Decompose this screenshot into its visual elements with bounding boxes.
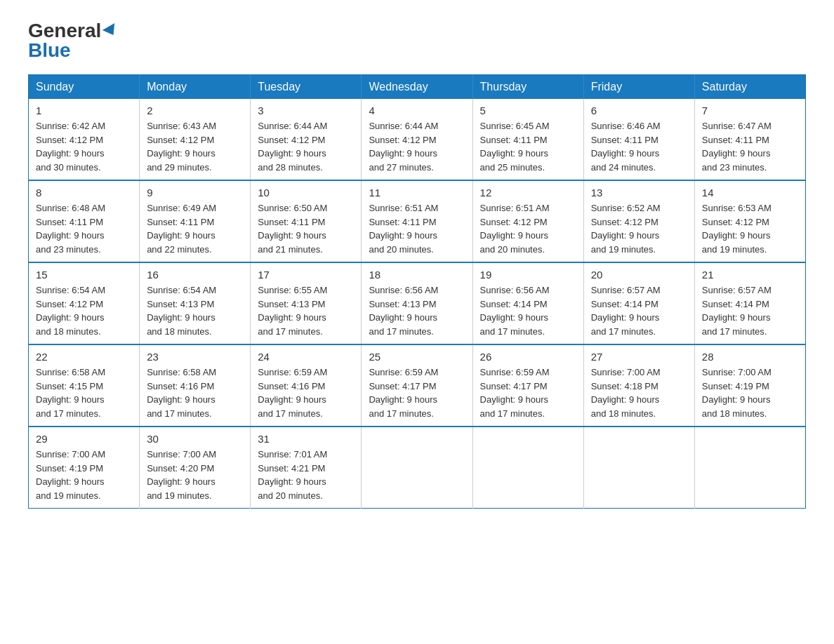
day-number: 30: [147, 433, 243, 445]
day-info: Sunrise: 6:47 AMSunset: 4:11 PMDaylight:…: [702, 119, 798, 174]
day-number: 13: [591, 187, 687, 199]
day-number: 5: [480, 105, 576, 116]
day-number: 27: [591, 351, 687, 363]
weekday-header-saturday: Saturday: [694, 75, 805, 100]
calendar-cell: 13 Sunrise: 6:52 AMSunset: 4:12 PMDaylig…: [583, 180, 694, 262]
page-header: General Blue: [28, 21, 806, 60]
day-info: Sunrise: 6:42 AMSunset: 4:12 PMDaylight:…: [36, 119, 132, 174]
day-info: Sunrise: 6:50 AMSunset: 4:11 PMDaylight:…: [258, 201, 354, 256]
calendar-cell: 10 Sunrise: 6:50 AMSunset: 4:11 PMDaylig…: [251, 180, 362, 262]
day-number: 28: [702, 351, 798, 363]
calendar-table: SundayMondayTuesdayWednesdayThursdayFrid…: [28, 74, 806, 509]
weekday-header-monday: Monday: [140, 75, 251, 100]
day-number: 23: [147, 351, 243, 363]
day-number: 9: [147, 187, 243, 199]
calendar-cell: 19 Sunrise: 6:56 AMSunset: 4:14 PMDaylig…: [472, 262, 583, 344]
day-info: Sunrise: 7:00 AMSunset: 4:20 PMDaylight:…: [147, 448, 243, 502]
calendar-cell: 21 Sunrise: 6:57 AMSunset: 4:14 PMDaylig…: [694, 262, 805, 344]
calendar-week-row: 1 Sunrise: 6:42 AMSunset: 4:12 PMDayligh…: [29, 99, 806, 180]
day-info: Sunrise: 6:58 AMSunset: 4:16 PMDaylight:…: [147, 365, 243, 420]
calendar-cell: 30 Sunrise: 7:00 AMSunset: 4:20 PMDaylig…: [140, 427, 251, 509]
calendar-cell: 11 Sunrise: 6:51 AMSunset: 4:11 PMDaylig…: [362, 180, 472, 262]
calendar-cell: 25 Sunrise: 6:59 AMSunset: 4:17 PMDaylig…: [362, 344, 472, 427]
day-number: 2: [147, 105, 243, 116]
calendar-week-row: 29 Sunrise: 7:00 AMSunset: 4:19 PMDaylig…: [29, 427, 806, 509]
calendar-cell: 26 Sunrise: 6:59 AMSunset: 4:17 PMDaylig…: [472, 344, 583, 427]
calendar-cell: 24 Sunrise: 6:59 AMSunset: 4:16 PMDaylig…: [251, 344, 362, 427]
calendar-cell: 31 Sunrise: 7:01 AMSunset: 4:21 PMDaylig…: [251, 427, 362, 509]
weekday-header-friday: Friday: [583, 75, 694, 100]
day-info: Sunrise: 6:57 AMSunset: 4:14 PMDaylight:…: [702, 283, 798, 338]
day-number: 31: [258, 433, 354, 445]
calendar-cell: 1 Sunrise: 6:42 AMSunset: 4:12 PMDayligh…: [29, 99, 140, 180]
day-number: 8: [36, 187, 132, 199]
day-number: 7: [702, 105, 798, 116]
day-info: Sunrise: 7:00 AMSunset: 4:18 PMDaylight:…: [591, 365, 687, 420]
day-info: Sunrise: 6:52 AMSunset: 4:12 PMDaylight:…: [591, 201, 687, 256]
calendar-cell: 28 Sunrise: 7:00 AMSunset: 4:19 PMDaylig…: [694, 344, 805, 427]
day-info: Sunrise: 6:58 AMSunset: 4:15 PMDaylight:…: [36, 365, 132, 420]
day-info: Sunrise: 6:59 AMSunset: 4:17 PMDaylight:…: [480, 365, 576, 420]
calendar-cell: 9 Sunrise: 6:49 AMSunset: 4:11 PMDayligh…: [140, 180, 251, 262]
calendar-cell: 27 Sunrise: 7:00 AMSunset: 4:18 PMDaylig…: [583, 344, 694, 427]
day-number: 24: [258, 351, 354, 363]
day-info: Sunrise: 6:44 AMSunset: 4:12 PMDaylight:…: [258, 119, 354, 174]
day-info: Sunrise: 6:59 AMSunset: 4:17 PMDaylight:…: [369, 365, 465, 420]
weekday-header-thursday: Thursday: [472, 75, 583, 100]
day-number: 16: [147, 269, 243, 281]
day-info: Sunrise: 6:53 AMSunset: 4:12 PMDaylight:…: [702, 201, 798, 256]
calendar-cell: 3 Sunrise: 6:44 AMSunset: 4:12 PMDayligh…: [251, 99, 362, 180]
day-info: Sunrise: 6:56 AMSunset: 4:13 PMDaylight:…: [369, 283, 465, 338]
calendar-cell: [694, 427, 805, 509]
day-number: 26: [480, 351, 576, 363]
calendar-cell: [583, 427, 694, 509]
calendar-cell: 29 Sunrise: 7:00 AMSunset: 4:19 PMDaylig…: [29, 427, 140, 509]
calendar-cell: [472, 427, 583, 509]
day-number: 10: [258, 187, 354, 199]
calendar-week-row: 8 Sunrise: 6:48 AMSunset: 4:11 PMDayligh…: [29, 180, 806, 262]
calendar-cell: 14 Sunrise: 6:53 AMSunset: 4:12 PMDaylig…: [694, 180, 805, 262]
calendar-cell: 6 Sunrise: 6:46 AMSunset: 4:11 PMDayligh…: [583, 99, 694, 180]
calendar-cell: 18 Sunrise: 6:56 AMSunset: 4:13 PMDaylig…: [362, 262, 472, 344]
day-number: 18: [369, 269, 465, 281]
calendar-cell: 8 Sunrise: 6:48 AMSunset: 4:11 PMDayligh…: [29, 180, 140, 262]
logo-general-text: General: [28, 21, 101, 41]
day-number: 29: [36, 433, 132, 445]
calendar-cell: 20 Sunrise: 6:57 AMSunset: 4:14 PMDaylig…: [583, 262, 694, 344]
day-info: Sunrise: 7:00 AMSunset: 4:19 PMDaylight:…: [36, 448, 132, 502]
calendar-cell: 23 Sunrise: 6:58 AMSunset: 4:16 PMDaylig…: [140, 344, 251, 427]
day-number: 15: [36, 269, 132, 281]
calendar-cell: 7 Sunrise: 6:47 AMSunset: 4:11 PMDayligh…: [694, 99, 805, 180]
weekday-header-wednesday: Wednesday: [362, 75, 472, 100]
day-number: 19: [480, 269, 576, 281]
day-info: Sunrise: 6:45 AMSunset: 4:11 PMDaylight:…: [480, 119, 576, 174]
day-number: 22: [36, 351, 132, 363]
calendar-cell: 17 Sunrise: 6:55 AMSunset: 4:13 PMDaylig…: [251, 262, 362, 344]
logo: General Blue: [28, 21, 118, 60]
day-info: Sunrise: 6:59 AMSunset: 4:16 PMDaylight:…: [258, 365, 354, 420]
day-number: 25: [369, 351, 465, 363]
day-info: Sunrise: 6:51 AMSunset: 4:12 PMDaylight:…: [480, 201, 576, 256]
calendar-cell: 2 Sunrise: 6:43 AMSunset: 4:12 PMDayligh…: [140, 99, 251, 180]
day-number: 3: [258, 105, 354, 116]
day-info: Sunrise: 7:00 AMSunset: 4:19 PMDaylight:…: [702, 365, 798, 420]
calendar-week-row: 22 Sunrise: 6:58 AMSunset: 4:15 PMDaylig…: [29, 344, 806, 427]
day-info: Sunrise: 6:56 AMSunset: 4:14 PMDaylight:…: [480, 283, 576, 338]
day-number: 11: [369, 187, 465, 199]
day-number: 17: [258, 269, 354, 281]
calendar-cell: 4 Sunrise: 6:44 AMSunset: 4:12 PMDayligh…: [362, 99, 472, 180]
day-number: 20: [591, 269, 687, 281]
day-info: Sunrise: 6:48 AMSunset: 4:11 PMDaylight:…: [36, 201, 132, 256]
day-info: Sunrise: 6:43 AMSunset: 4:12 PMDaylight:…: [147, 119, 243, 174]
calendar-cell: 12 Sunrise: 6:51 AMSunset: 4:12 PMDaylig…: [472, 180, 583, 262]
day-info: Sunrise: 6:57 AMSunset: 4:14 PMDaylight:…: [591, 283, 687, 338]
calendar-cell: [362, 427, 472, 509]
calendar-week-row: 15 Sunrise: 6:54 AMSunset: 4:12 PMDaylig…: [29, 262, 806, 344]
day-info: Sunrise: 6:46 AMSunset: 4:11 PMDaylight:…: [591, 119, 687, 174]
calendar-cell: 15 Sunrise: 6:54 AMSunset: 4:12 PMDaylig…: [29, 262, 140, 344]
day-number: 6: [591, 105, 687, 116]
day-info: Sunrise: 6:44 AMSunset: 4:12 PMDaylight:…: [369, 119, 465, 174]
logo-blue-text: Blue: [28, 41, 71, 60]
calendar-cell: 22 Sunrise: 6:58 AMSunset: 4:15 PMDaylig…: [29, 344, 140, 427]
day-info: Sunrise: 6:54 AMSunset: 4:12 PMDaylight:…: [36, 283, 132, 338]
